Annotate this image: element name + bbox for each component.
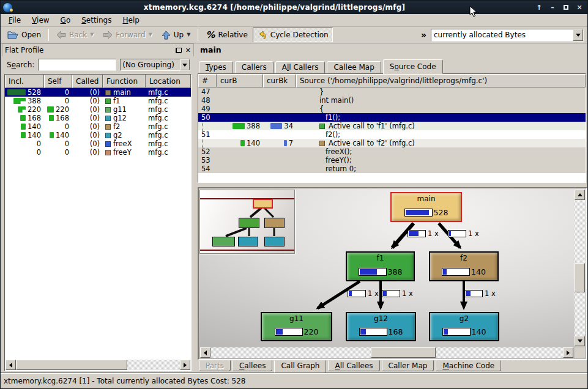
table-row[interactable]: 00(0)freeXmfg.c [5, 139, 191, 148]
title-bar[interactable]: xtmemory.kcg.6274 [/home/philippe/valgri… [1, 1, 587, 14]
active-call-row[interactable]: 38834Active call to 'f1' (mfg.c) [198, 122, 586, 130]
keep-above-button[interactable]: ↑ [534, 2, 545, 12]
edge-call-count[interactable]: 1 x [382, 289, 413, 298]
tab-all-callees[interactable]: All Callees [328, 360, 379, 371]
table-row[interactable]: 140140(0)g2mfg.c [5, 131, 191, 139]
graph-node-g2[interactable]: g2140 [429, 312, 499, 341]
scroll-right-button[interactable] [563, 347, 573, 358]
graph-node-f1[interactable]: f1388 [346, 251, 415, 281]
back-dropdown-icon[interactable]: ▼ [90, 32, 94, 37]
tab-callees[interactable]: Callees [233, 360, 272, 371]
dock-close-button[interactable]: ✕ [185, 47, 191, 54]
table-row[interactable]: 3880(0)f1mfg.c [5, 97, 191, 105]
edge-call-count[interactable]: 1 x [448, 229, 479, 238]
scroll-up-button[interactable] [575, 190, 585, 200]
scroll-down-button[interactable] [575, 336, 585, 346]
source-line[interactable]: 48int main() [198, 96, 586, 105]
cost-fill [349, 291, 352, 296]
tab-call-graph[interactable]: Call Graph [274, 360, 326, 373]
source-line[interactable]: 49{ [198, 105, 586, 113]
menu-item-file[interactable]: File [3, 15, 26, 26]
graph-node-main[interactable]: main528 [390, 192, 462, 222]
edge-call-count[interactable]: 1 x [464, 289, 496, 298]
forward-button[interactable]: Forward ▼ [99, 28, 156, 42]
edge-count-text: 1 x [468, 229, 479, 238]
source-column-header-3[interactable]: Source ('/home/philippe/valgrind/littlep… [296, 74, 586, 87]
close-button[interactable]: ✕ [574, 2, 585, 12]
search-input[interactable] [38, 59, 116, 71]
column-header-incl[interactable]: Incl. [5, 75, 44, 88]
tab-callers[interactable]: Callers [235, 61, 274, 73]
graph-vertical-scrollbar[interactable] [575, 190, 585, 346]
relative-toggle-button[interactable]: % Relative [201, 28, 251, 42]
edge-call-count[interactable]: 1 x [348, 289, 379, 298]
combo-arrow-icon[interactable] [573, 29, 583, 41]
tab-source-code[interactable]: Source Code [383, 59, 443, 74]
event-type-combobox[interactable]: currently allocated Bytes [431, 29, 584, 42]
column-header-called[interactable]: Called [72, 75, 103, 88]
scrollbar-thumb[interactable] [575, 263, 585, 292]
tab-caller-map[interactable]: Caller Map [382, 360, 434, 371]
source-line[interactable]: 52freeX(); [198, 147, 586, 156]
up-button[interactable]: Up ▼ [157, 28, 195, 42]
source-line[interactable]: 51f2(); [198, 130, 586, 139]
dock-header[interactable]: Flat Profile ✕ [2, 43, 194, 56]
scroll-left-button[interactable] [6, 360, 16, 370]
source-line[interactable]: 47} [198, 87, 586, 96]
tab-callee-map[interactable]: Callee Map [327, 61, 381, 73]
open-button[interactable]: Open [3, 28, 45, 42]
graph-overview-inset[interactable] [199, 190, 295, 254]
combo-arrow-icon[interactable] [180, 59, 190, 70]
toolbar-overflow-button[interactable]: » [417, 30, 430, 40]
scrollbar-thumb[interactable] [16, 360, 127, 370]
scroll-left-button[interactable] [200, 347, 210, 358]
cycle-detection-toggle-button[interactable]: Cycle Detection [253, 28, 333, 42]
line-number: 49 [198, 105, 217, 113]
source-column-header-0[interactable]: # [198, 74, 217, 87]
forward-dropdown-icon[interactable]: ▼ [149, 32, 152, 37]
scrollbar-track[interactable] [16, 360, 180, 370]
toolbar: Open Back ▼ Forward ▼ Up ▼ % Rela [1, 27, 587, 43]
table-row[interactable]: 00(0)freeYmfg.c [5, 148, 191, 157]
graph-node-f2[interactable]: f2140 [429, 251, 499, 281]
active-call-row[interactable]: 1407Active call to 'f2' (mfg.c) [198, 139, 586, 147]
source-column-header-1[interactable]: curB [217, 74, 263, 87]
menu-item-go[interactable]: Go [55, 15, 76, 26]
graph-node-g11[interactable]: g11220 [261, 312, 332, 341]
menu-item-settings[interactable]: Settings [76, 15, 117, 26]
table-row[interactable]: 1400(0)f2mfg.c [5, 122, 191, 131]
tab-all-callers[interactable]: All Callers [275, 61, 326, 73]
column-header-function[interactable]: Function [103, 75, 146, 88]
tab-machine-code[interactable]: Machine Code [436, 360, 501, 371]
grouping-combobox[interactable]: (No Grouping) [120, 59, 190, 71]
back-button[interactable]: Back ▼ [52, 28, 98, 42]
scrollbar-track[interactable] [210, 347, 563, 358]
scroll-right-button[interactable] [180, 360, 190, 370]
scrollbar-thumb[interactable] [371, 347, 436, 358]
menu-item-help[interactable]: Help [117, 15, 144, 26]
menu-item-view[interactable]: View [26, 15, 54, 26]
minimize-button[interactable]: – [547, 2, 558, 12]
horizontal-scrollbar[interactable] [6, 360, 190, 370]
up-dropdown-icon[interactable]: ▼ [187, 32, 190, 37]
overview-node [239, 218, 259, 228]
table-row[interactable]: 168168(0)g12mfg.c [5, 114, 191, 122]
cell-called: (0) [72, 139, 103, 148]
graph-node-g12[interactable]: g12168 [346, 312, 416, 341]
column-header-location[interactable]: Location [146, 75, 191, 88]
scrollbar-track[interactable] [575, 200, 585, 336]
source-line[interactable]: 50f1(); [198, 113, 586, 122]
graph-horizontal-scrollbar[interactable] [200, 347, 573, 358]
node-cost-value: 140 [471, 267, 486, 276]
source-line[interactable]: 53freeY(); [198, 156, 586, 165]
source-line[interactable]: 54return 0; [198, 165, 586, 173]
edge-call-count[interactable]: 1 x [408, 229, 439, 238]
overview-bound-line [200, 198, 294, 199]
tab-types[interactable]: Types [199, 61, 233, 73]
table-row[interactable]: 220220(0)g11mfg.c [5, 105, 191, 114]
table-row[interactable]: 5280(0)mainmfg.c [5, 88, 191, 97]
column-header-self[interactable]: Self [44, 75, 72, 88]
dock-float-button[interactable] [176, 48, 182, 53]
source-column-header-2[interactable]: curBk [263, 74, 296, 87]
maximize-button[interactable] [560, 2, 571, 12]
